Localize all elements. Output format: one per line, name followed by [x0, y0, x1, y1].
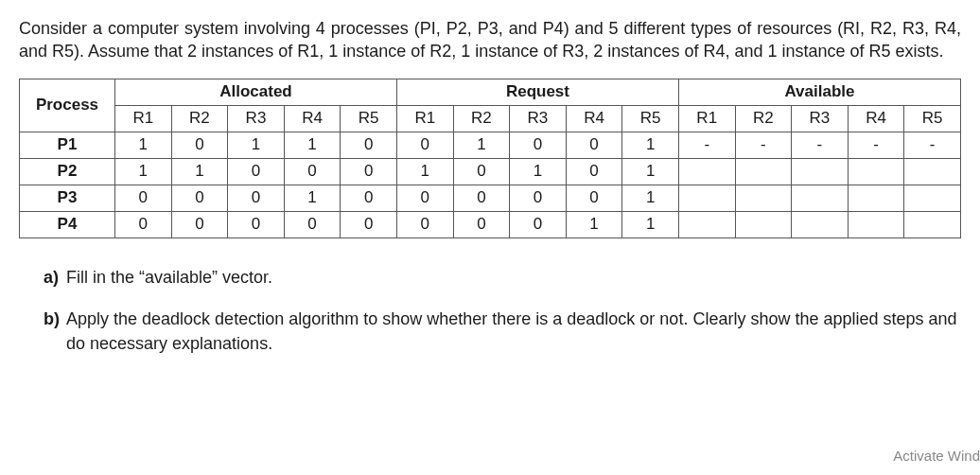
- cell: 0: [228, 211, 285, 238]
- cell: 1: [622, 211, 679, 238]
- table-row: P4 0 0 0 0 0 0 0 0 1 1: [20, 211, 961, 238]
- question-a-label: a): [44, 265, 66, 290]
- cell: 0: [510, 185, 567, 211]
- process-name: P1: [20, 132, 115, 158]
- cell: -: [678, 132, 735, 158]
- watermark-text: Activate Wind: [893, 447, 980, 466]
- cell: [735, 158, 792, 185]
- cell: 1: [510, 158, 567, 185]
- cell: [792, 158, 849, 185]
- cell: 0: [115, 211, 172, 238]
- cell: 0: [284, 158, 341, 185]
- cell: 0: [566, 132, 622, 158]
- cell: 0: [566, 185, 622, 211]
- cell: 0: [115, 185, 172, 211]
- question-b-label: b): [44, 307, 66, 356]
- resource-table: Process Allocated Request Available R1 R…: [19, 79, 961, 238]
- cell: [678, 158, 735, 185]
- cell: [735, 185, 792, 211]
- process-name: P3: [20, 185, 115, 211]
- cell: 1: [171, 158, 228, 185]
- header-available: Available: [678, 79, 960, 105]
- subheader: R5: [341, 105, 397, 132]
- cell: [904, 158, 961, 185]
- cell: 1: [622, 132, 679, 158]
- cell: 0: [228, 158, 285, 185]
- cell: [678, 211, 735, 238]
- subheader: R2: [735, 105, 792, 132]
- subheader: R4: [566, 105, 622, 132]
- subheader: R2: [453, 105, 510, 132]
- question-a-text: Fill in the “available” vector.: [66, 265, 961, 290]
- table-row: P2 1 1 0 0 0 1 0 1 0 1: [20, 158, 961, 185]
- subheader: R3: [228, 105, 285, 132]
- cell: 0: [341, 211, 397, 238]
- cell: 0: [510, 132, 567, 158]
- cell: 0: [171, 185, 228, 211]
- header-process: Process: [20, 79, 115, 132]
- subheader: R3: [510, 105, 567, 132]
- cell: 0: [566, 158, 622, 185]
- questions-block: a) Fill in the “available” vector. b) Ap…: [19, 265, 961, 356]
- cell: 0: [510, 211, 567, 238]
- table-row: P1 1 0 1 1 0 0 1 0 0 1 - - - - -: [20, 132, 961, 158]
- cell: 1: [115, 132, 172, 158]
- cell: [735, 211, 792, 238]
- subheader: R1: [678, 105, 735, 132]
- cell: [678, 185, 735, 211]
- cell: 0: [171, 132, 228, 158]
- cell: [848, 211, 904, 238]
- subheader: R5: [904, 105, 961, 132]
- subheader: R2: [171, 105, 228, 132]
- subheader: R5: [622, 105, 679, 132]
- cell: [904, 211, 961, 238]
- problem-statement: Consider a computer system involving 4 p…: [19, 17, 961, 63]
- subheader: R3: [792, 105, 849, 132]
- subheader: R4: [848, 105, 904, 132]
- cell: 0: [341, 185, 397, 211]
- cell: 1: [228, 132, 285, 158]
- process-name: P4: [20, 211, 115, 238]
- header-request: Request: [396, 79, 678, 105]
- cell: 0: [228, 185, 285, 211]
- cell: 0: [396, 185, 453, 211]
- table-row: P3 0 0 0 1 0 0 0 0 0 1: [20, 185, 961, 211]
- cell: 1: [115, 158, 172, 185]
- question-b-text: Apply the deadlock detection algorithm t…: [66, 307, 961, 356]
- cell: [848, 158, 904, 185]
- cell: [848, 185, 904, 211]
- cell: 1: [284, 132, 341, 158]
- cell: 1: [622, 185, 679, 211]
- cell: 0: [453, 211, 510, 238]
- subheader: R4: [284, 105, 341, 132]
- question-a: a) Fill in the “available” vector.: [44, 265, 961, 290]
- cell: 1: [566, 211, 622, 238]
- cell: 0: [171, 211, 228, 238]
- cell: 0: [453, 185, 510, 211]
- subheader: R1: [396, 105, 453, 132]
- cell: -: [792, 132, 849, 158]
- cell: -: [848, 132, 904, 158]
- cell: [792, 185, 849, 211]
- cell: 0: [341, 158, 397, 185]
- cell: -: [735, 132, 792, 158]
- cell: 0: [396, 211, 453, 238]
- cell: 0: [396, 132, 453, 158]
- cell: 1: [622, 158, 679, 185]
- process-name: P2: [20, 158, 115, 185]
- cell: -: [904, 132, 961, 158]
- cell: 0: [453, 158, 510, 185]
- cell: [904, 185, 961, 211]
- question-b: b) Apply the deadlock detection algorith…: [44, 307, 961, 356]
- cell: [792, 211, 849, 238]
- cell: 1: [396, 158, 453, 185]
- cell: 1: [453, 132, 510, 158]
- cell: 1: [284, 185, 341, 211]
- subheader: R1: [115, 105, 172, 132]
- cell: 0: [284, 211, 341, 238]
- cell: 0: [341, 132, 397, 158]
- header-allocated: Allocated: [115, 79, 397, 105]
